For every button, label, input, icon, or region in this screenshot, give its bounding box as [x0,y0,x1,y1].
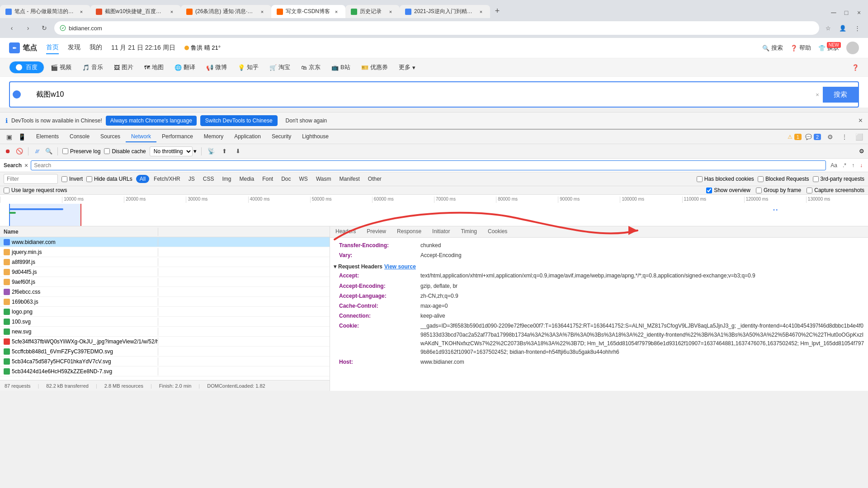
baidu-tab[interactable]: 百度 [9,61,44,74]
hide-data-urls-input[interactable] [86,176,92,182]
detail-tab-initiator[interactable]: Initiator [427,226,455,237]
search-prev-button[interactable]: ↑ [850,161,856,169]
filter-all[interactable]: All [136,175,149,183]
nav-home[interactable]: 首页 [46,42,59,54]
close-button[interactable]: × [854,7,864,18]
star-button[interactable]: ☆ [823,23,834,33]
request-row-7[interactable]: logo.png [0,307,330,317]
tab-elements[interactable]: Elements [31,131,64,142]
show-overview-checkbox[interactable]: Show overview [706,187,750,193]
request-headers-title[interactable]: ▾ Request Headers View source [334,263,864,270]
maximize-button[interactable]: □ [841,7,852,18]
request-row-9[interactable]: new.svg [0,327,330,337]
dismiss-notification-button[interactable]: Don't show again [281,116,332,126]
detail-tab-cookies[interactable]: Cookies [482,226,513,237]
reload-button[interactable]: ↻ [38,22,51,34]
request-row-12[interactable]: 5cb34ca75d587y5HCF01hkaYdV7cV.svg [0,357,330,366]
taobao-tab[interactable]: 🛒 淘宝 [265,61,295,73]
search-bar-input[interactable] [31,160,826,170]
minimize-button[interactable]: ─ [828,7,839,18]
throttling-control[interactable]: No throttling ▾ [150,146,197,156]
tab-1[interactable]: 笔点 - 用心做最简洁的网址... × [0,5,90,18]
nav-mine[interactable]: 我的 [90,42,102,54]
tab-network[interactable]: Network [126,131,156,142]
tab-lighthouse[interactable]: Lighthouse [297,131,334,142]
record-button[interactable]: ⏺ [4,147,12,155]
notification-close-button[interactable]: × [859,117,863,125]
preserve-log-checkbox[interactable]: Preserve log [62,148,100,155]
filter-toggle-button[interactable]: ⫻ [33,147,41,155]
filter-doc[interactable]: Doc [278,175,294,183]
group-by-frame-input[interactable] [756,188,762,193]
disable-cache-input[interactable] [104,148,110,154]
tab-1-close[interactable]: × [78,8,85,15]
profile-button[interactable]: 👤 [837,23,848,33]
menu-button[interactable]: ⋮ [852,23,863,33]
filter-fetch-xhr[interactable]: Fetch/XHR [150,175,184,183]
request-row-10[interactable]: 5cfe34ff437fbWQ0sYliWXg-OkJU_.jpg?imageV… [0,337,330,347]
search-case-button[interactable]: Aa [829,161,839,169]
filter-other[interactable]: Other [364,175,385,183]
map-tab[interactable]: 🗺 地图 [140,61,168,73]
devtools-settings-button[interactable]: ⚙ [825,131,835,142]
invert-input[interactable] [61,176,67,182]
clear-button[interactable]: 🚫 [15,147,24,155]
request-row-0[interactable]: www.bidianer.com [0,237,330,247]
user-avatar[interactable] [846,42,859,54]
tab-5-close[interactable]: × [387,8,394,15]
new-tab-button[interactable]: + [490,4,505,18]
translate-tab[interactable]: 🌐 翻译 [170,61,200,73]
request-row-1[interactable]: jquery.min.js [0,247,330,257]
request-row-5[interactable]: 2f6ebcc.css [0,287,330,297]
has-blocked-cookies-input[interactable] [697,176,703,182]
detail-tab-timing[interactable]: Timing [455,226,482,237]
match-language-button[interactable]: Always match Chrome's language [106,116,197,126]
nav-discover[interactable]: 发现 [68,42,80,54]
request-row-2[interactable]: a8f899f.js [0,257,330,267]
tab-6[interactable]: 2021-JS逆向入门到精通... × [400,5,490,18]
tab-2-close[interactable]: × [168,8,175,15]
search-submit-button[interactable]: 搜索 [823,87,858,103]
filter-wasm[interactable]: Wasm [312,175,335,183]
tab-4-close[interactable]: × [333,8,340,15]
tab-application[interactable]: Application [229,131,266,142]
search-clear-icon[interactable]: × [812,89,823,100]
throttling-select[interactable]: No throttling [150,146,193,156]
tab-2[interactable]: 截图w10快捷键_百度搜索 × [90,5,181,18]
zhihu-tab[interactable]: 💡 知乎 [233,61,263,73]
devtools-more-button[interactable]: ⋮ [839,131,850,142]
timeline-selection[interactable] [9,204,81,226]
help-button[interactable]: ❓ 帮助 [790,44,811,52]
warning-badge[interactable]: ⚠ 1 [788,134,802,140]
site-search-button[interactable]: 🔍 搜索 [762,44,783,52]
switch-to-chinese-button[interactable]: Switch DevTools to Chinese [200,115,278,126]
filter-ws[interactable]: WS [296,175,311,183]
filter-manifest[interactable]: Manifest [335,175,363,183]
export-button[interactable]: ⬇ [233,146,243,156]
request-row-6[interactable]: 169b063.js [0,297,330,307]
use-large-rows-checkbox[interactable]: Use large request rows [4,187,67,193]
info-badge[interactable]: 💬 2 [805,134,821,140]
filter-font[interactable]: Font [259,175,277,183]
tab-3-close[interactable]: × [259,8,266,15]
tab-memory[interactable]: Memory [198,131,229,142]
detail-tab-headers[interactable]: Headers [330,226,361,237]
invert-checkbox[interactable]: Invert [61,176,83,182]
filter-css[interactable]: CSS [199,175,218,183]
skin-button[interactable]: 👕 换肤 NEW [818,44,839,52]
network-icon-1[interactable]: 📡 [206,146,216,156]
more-tab[interactable]: 更多 ▾ [394,61,420,73]
tab-sources[interactable]: Sources [95,131,126,142]
search-bar-close-button[interactable]: × [24,162,28,169]
video-tab[interactable]: 🎬 视频 [46,61,76,73]
has-blocked-cookies-checkbox[interactable]: Has blocked cookies [697,176,754,182]
request-row-11[interactable]: 5ccffcbb848d1_6VmFZFyC397EDMO.svg [0,347,330,357]
tab-console[interactable]: Console [64,131,95,142]
filter-media[interactable]: Media [236,175,258,183]
device-toggle-button[interactable]: 📱 [16,131,27,142]
hide-data-urls-checkbox[interactable]: Hide data URLs [86,176,132,182]
devtools-dock-button[interactable]: ⬜ [854,131,864,142]
search-toggle-button[interactable]: 🔍 [45,147,53,155]
request-row-4[interactable]: 9aef60f.js [0,277,330,287]
search-next-button[interactable]: ↓ [858,161,864,169]
